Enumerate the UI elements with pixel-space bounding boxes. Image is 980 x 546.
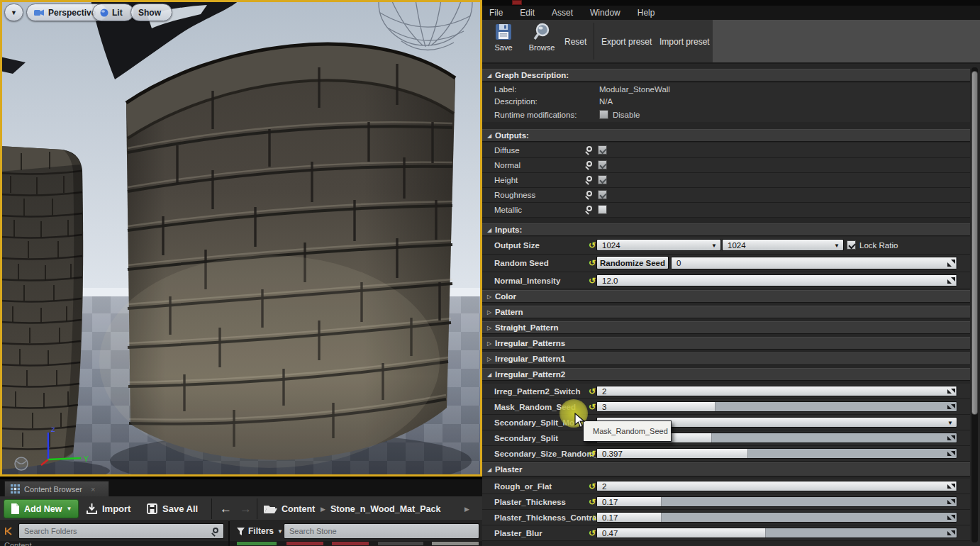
roughness-checkbox[interactable] (598, 190, 607, 199)
spinbox-drag-handle[interactable] (947, 277, 955, 284)
menu-file[interactable]: File (482, 8, 511, 18)
section-header-irregular-pattern1[interactable]: ▷ Irregular_Pattern1 (482, 352, 970, 365)
reset-icon[interactable]: ↺ (589, 496, 596, 506)
save-button[interactable]: Save (485, 23, 522, 61)
secondary-split-mode-row: Secondary_Split_Mod ▼ (482, 415, 970, 430)
spinbox-drag-handle[interactable] (947, 484, 955, 489)
metallic-checkbox[interactable] (598, 205, 607, 214)
import-button[interactable]: Import (87, 499, 130, 518)
asset-thumbnail[interactable] (286, 541, 324, 546)
search-folders-input[interactable] (18, 523, 224, 539)
magnifier-icon[interactable] (586, 146, 592, 152)
spinbox-drag-handle[interactable] (947, 404, 955, 409)
lit-mode-button[interactable]: Lit (92, 4, 134, 21)
normal-checkbox[interactable] (598, 160, 607, 169)
lock-ratio-checkbox[interactable] (847, 240, 856, 250)
height-checkbox[interactable] (598, 175, 607, 184)
breadcrumb-stone-n-wood-mat-pack[interactable]: Stone_n_Wood_Mat_Pack (330, 499, 440, 518)
spinbox-drag-handle[interactable] (947, 515, 955, 520)
reset-icon[interactable]: ↺ (589, 481, 596, 491)
section-header-irregular-patterns[interactable]: ▷ Irregular_Patterns (482, 337, 970, 350)
section-header-outputs[interactable]: ◢ Outputs: (482, 129, 970, 142)
section-header-straight-pattern[interactable]: ▷ Straight_Pattern (482, 321, 970, 334)
reset-icon[interactable]: ↺ (589, 448, 596, 458)
asset-thumbnail[interactable] (331, 541, 369, 546)
randomize-seed-button[interactable]: Randomize Seed (596, 256, 669, 269)
section-header-pattern[interactable]: ▷ Pattern (482, 306, 970, 318)
asset-thumbnail[interactable] (236, 541, 277, 546)
forward-button[interactable]: → (240, 499, 252, 518)
section-header-plaster[interactable]: ◢ Plaster (482, 462, 970, 477)
section-header-graph-description[interactable]: ◢ Graph Description: (482, 69, 970, 82)
output-size-row: Output Size ↺ 1024 ▼ 1024 ▼ Lock Ratio (482, 237, 970, 255)
spinbox-drag-handle[interactable] (947, 260, 955, 267)
breadcrumb-separator-icon: ▶ (464, 499, 469, 518)
menu-asset[interactable]: Asset (543, 8, 581, 18)
scrollbar-thumb[interactable] (971, 71, 978, 415)
viewport-3d[interactable]: Z Y ▼ Perspective Lit Show (0, 0, 482, 477)
spinbox-drag-handle[interactable] (947, 389, 955, 394)
section-header-irregular-pattern2[interactable]: ◢ Irregular_Pattern2 (482, 368, 970, 381)
magnifier-icon[interactable] (586, 161, 592, 167)
asset-thumbnail[interactable] (431, 541, 479, 546)
mask-random-seed-slider[interactable]: 3 (596, 401, 957, 412)
magnifier-icon[interactable] (586, 206, 592, 211)
spinbox-drag-handle[interactable] (947, 499, 955, 504)
collapsed-icon: ▷ (487, 356, 495, 362)
back-button[interactable]: ← (220, 499, 232, 518)
asset-thumbnail[interactable] (377, 541, 424, 546)
save-all-button[interactable]: Save All (147, 499, 198, 518)
magnifier-icon[interactable] (586, 191, 592, 196)
output-size-height-dropdown[interactable]: 1024 ▼ (722, 239, 844, 251)
section-header-color[interactable]: ▷ Color (482, 290, 970, 303)
spinbox-drag-handle[interactable] (947, 435, 955, 440)
graph-description-value: N/A (599, 97, 613, 106)
asset-toolbar: Save Browse Reset Export preset Import p… (482, 20, 980, 64)
plaster-thickness-slider[interactable]: 0.17 (596, 496, 957, 507)
reset-icon[interactable]: ↺ (589, 275, 596, 285)
tab-content-browser[interactable]: Content Browser × (4, 481, 109, 496)
reset-icon[interactable]: ↺ (589, 386, 596, 396)
reset-icon[interactable]: ↺ (589, 528, 596, 537)
filters-button[interactable]: Filters ▼ (237, 523, 283, 539)
export-preset-button[interactable]: Export preset (597, 23, 656, 61)
disable-checkbox[interactable] (599, 110, 608, 119)
collapse-sources-icon[interactable] (4, 526, 13, 536)
plaster-thickness-row: Plaster_Thickness ↺ 0.17 (482, 494, 970, 510)
diffuse-checkbox[interactable] (598, 145, 607, 155)
breadcrumb-content[interactable]: Content (282, 499, 315, 518)
show-flags-button[interactable]: Show (130, 4, 172, 21)
reset-button[interactable]: Reset (560, 23, 591, 61)
reset-icon[interactable]: ↺ (589, 258, 596, 268)
viewport-3d-scene[interactable]: Z Y (0, 0, 482, 477)
plaster-blur-slider[interactable]: 0.47 (596, 528, 957, 538)
plaster-thickness-contrast-slider[interactable]: 0.17 (596, 512, 957, 523)
browse-button[interactable]: Browse (523, 23, 560, 61)
chevron-down-icon: ▼ (66, 506, 72, 512)
secondary-size-random-slider[interactable]: 0.397 (596, 448, 957, 459)
magnifier-icon[interactable] (586, 176, 592, 182)
section-header-inputs[interactable]: ◢ Inputs: (482, 223, 970, 236)
panel-scrollbar[interactable] (971, 67, 978, 542)
output-size-width-dropdown[interactable]: 1024 ▼ (596, 239, 721, 251)
close-icon[interactable]: × (91, 485, 95, 494)
irreg-pattern2-switch-slider[interactable]: 2 (596, 386, 957, 396)
menu-help[interactable]: Help (629, 8, 664, 18)
app-icon (512, 0, 522, 5)
menu-window[interactable]: Window (581, 8, 629, 18)
chevron-down-icon: ▼ (277, 528, 283, 535)
random-seed-spinbox[interactable]: 0 (671, 257, 957, 269)
add-new-button[interactable]: Add New ▼ (4, 499, 79, 518)
mask-random-seed-row: Mask_Random_Seed ↺ 3 (482, 399, 970, 415)
viewport-options-button[interactable]: ▼ (4, 4, 23, 21)
normal-intensity-slider[interactable]: 12.0 (596, 274, 957, 286)
rough-or-flat-slider[interactable]: 2 (596, 481, 957, 491)
reset-icon[interactable]: ↺ (589, 240, 596, 250)
menu-edit[interactable]: Edit (511, 8, 543, 18)
reset-icon[interactable]: ↺ (589, 401, 596, 411)
import-preset-button[interactable]: Import preset (655, 23, 714, 61)
new-asset-icon (11, 503, 20, 514)
spinbox-drag-handle[interactable] (947, 530, 955, 535)
search-assets-input[interactable] (284, 523, 479, 539)
spinbox-drag-handle[interactable] (947, 451, 955, 456)
